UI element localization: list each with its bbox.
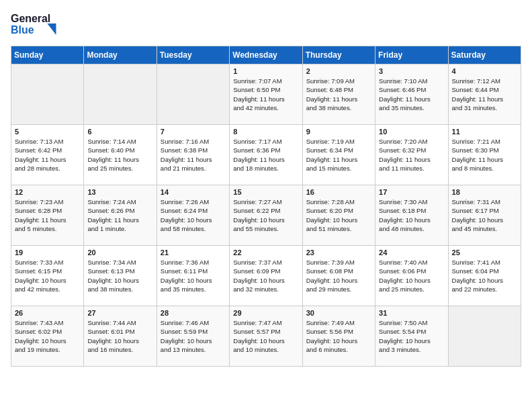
calendar-cell: 10Sunrise: 7:20 AMSunset: 6:32 PMDayligh… — [375, 125, 448, 185]
day-info: Sunrise: 7:46 AMSunset: 5:59 PMDaylight:… — [161, 318, 226, 354]
day-info: Sunrise: 7:47 AMSunset: 5:57 PMDaylight:… — [233, 318, 298, 354]
calendar-cell: 14Sunrise: 7:26 AMSunset: 6:24 PMDayligh… — [157, 185, 229, 246]
calendar-cell: 26Sunrise: 7:43 AMSunset: 6:02 PMDayligh… — [11, 306, 84, 367]
calendar-cell: 28Sunrise: 7:46 AMSunset: 5:59 PMDayligh… — [157, 306, 229, 367]
calendar-cell: 22Sunrise: 7:37 AMSunset: 6:09 PMDayligh… — [230, 246, 302, 306]
calendar-cell: 21Sunrise: 7:36 AMSunset: 6:11 PMDayligh… — [157, 246, 229, 306]
calendar-cell: 27Sunrise: 7:44 AMSunset: 6:01 PMDayligh… — [84, 306, 157, 367]
day-number: 7 — [161, 128, 226, 136]
calendar-cell: 24Sunrise: 7:40 AMSunset: 6:06 PMDayligh… — [375, 246, 448, 306]
day-number: 13 — [87, 188, 152, 196]
calendar-cell — [11, 64, 84, 125]
calendar-cell: 29Sunrise: 7:47 AMSunset: 5:57 PMDayligh… — [230, 306, 302, 367]
day-info: Sunrise: 7:21 AMSunset: 6:30 PMDaylight:… — [452, 137, 517, 173]
calendar-cell: 4Sunrise: 7:12 AMSunset: 6:44 PMDaylight… — [448, 64, 521, 125]
day-info: Sunrise: 7:41 AMSunset: 6:04 PMDaylight:… — [452, 258, 517, 293]
day-info: Sunrise: 7:14 AMSunset: 6:40 PMDaylight:… — [87, 137, 152, 173]
day-number: 11 — [452, 128, 517, 136]
day-info: Sunrise: 7:30 AMSunset: 6:18 PMDaylight:… — [379, 197, 444, 233]
col-header-friday: Friday — [375, 46, 448, 64]
day-number: 1 — [233, 67, 298, 75]
calendar-cell: 6Sunrise: 7:14 AMSunset: 6:40 PMDaylight… — [84, 125, 157, 185]
day-number: 12 — [15, 188, 80, 196]
calendar-cell: 2Sunrise: 7:09 AMSunset: 6:48 PMDaylight… — [302, 64, 375, 125]
day-number: 5 — [15, 128, 80, 136]
day-info: Sunrise: 7:40 AMSunset: 6:06 PMDaylight:… — [379, 258, 444, 293]
day-number: 25 — [452, 248, 517, 257]
day-number: 22 — [233, 248, 298, 257]
col-header-thursday: Thursday — [302, 46, 375, 64]
calendar-cell: 1Sunrise: 7:07 AMSunset: 6:50 PMDaylight… — [230, 64, 302, 125]
col-header-saturday: Saturday — [448, 46, 521, 64]
week-row-5: 26Sunrise: 7:43 AMSunset: 6:02 PMDayligh… — [11, 306, 521, 367]
day-info: Sunrise: 7:17 AMSunset: 6:36 PMDaylight:… — [233, 137, 298, 173]
calendar-cell: 5Sunrise: 7:13 AMSunset: 6:42 PMDaylight… — [11, 125, 84, 185]
svg-text:Blue: Blue — [11, 24, 34, 36]
col-header-monday: Monday — [84, 46, 157, 64]
col-header-tuesday: Tuesday — [157, 46, 229, 64]
day-info: Sunrise: 7:49 AMSunset: 5:56 PMDaylight:… — [306, 318, 371, 354]
week-row-2: 5Sunrise: 7:13 AMSunset: 6:42 PMDaylight… — [11, 125, 521, 185]
day-info: Sunrise: 7:36 AMSunset: 6:11 PMDaylight:… — [161, 258, 226, 293]
day-info: Sunrise: 7:09 AMSunset: 6:48 PMDaylight:… — [306, 77, 371, 112]
calendar-cell: 30Sunrise: 7:49 AMSunset: 5:56 PMDayligh… — [302, 306, 375, 367]
calendar-cell: 25Sunrise: 7:41 AMSunset: 6:04 PMDayligh… — [448, 246, 521, 306]
calendar-cell: 12Sunrise: 7:23 AMSunset: 6:28 PMDayligh… — [11, 185, 84, 246]
week-row-1: 1Sunrise: 7:07 AMSunset: 6:50 PMDaylight… — [11, 64, 521, 125]
day-number: 18 — [452, 188, 517, 196]
col-header-wednesday: Wednesday — [230, 46, 302, 64]
day-number: 9 — [306, 128, 371, 136]
day-number: 8 — [233, 128, 298, 136]
calendar-cell: 8Sunrise: 7:17 AMSunset: 6:36 PMDaylight… — [230, 125, 302, 185]
calendar-cell — [84, 64, 157, 125]
day-info: Sunrise: 7:07 AMSunset: 6:50 PMDaylight:… — [233, 77, 298, 112]
day-number: 10 — [379, 128, 444, 136]
calendar-cell — [157, 64, 229, 125]
day-info: Sunrise: 7:39 AMSunset: 6:08 PMDaylight:… — [306, 258, 371, 293]
calendar-cell: 11Sunrise: 7:21 AMSunset: 6:30 PMDayligh… — [448, 125, 521, 185]
day-number: 17 — [379, 188, 444, 196]
calendar-cell: 17Sunrise: 7:30 AMSunset: 6:18 PMDayligh… — [375, 185, 448, 246]
calendar-table: SundayMondayTuesdayWednesdayThursdayFrid… — [11, 46, 521, 367]
calendar-cell: 19Sunrise: 7:33 AMSunset: 6:15 PMDayligh… — [11, 246, 84, 306]
day-number: 30 — [306, 309, 371, 317]
header-row: SundayMondayTuesdayWednesdayThursdayFrid… — [11, 46, 521, 64]
day-number: 31 — [379, 309, 444, 317]
day-number: 4 — [452, 67, 517, 75]
day-number: 2 — [306, 67, 371, 75]
day-info: Sunrise: 7:20 AMSunset: 6:32 PMDaylight:… — [379, 137, 444, 173]
day-info: Sunrise: 7:16 AMSunset: 6:38 PMDaylight:… — [161, 137, 226, 173]
day-number: 29 — [233, 309, 298, 317]
calendar-cell: 9Sunrise: 7:19 AMSunset: 6:34 PMDaylight… — [302, 125, 375, 185]
calendar-cell: 18Sunrise: 7:31 AMSunset: 6:17 PMDayligh… — [448, 185, 521, 246]
calendar-cell: 16Sunrise: 7:28 AMSunset: 6:20 PMDayligh… — [302, 185, 375, 246]
calendar-cell: 3Sunrise: 7:10 AMSunset: 6:46 PMDaylight… — [375, 64, 448, 125]
day-number: 3 — [379, 67, 444, 75]
day-number: 23 — [306, 248, 371, 257]
day-number: 16 — [306, 188, 371, 196]
day-info: Sunrise: 7:33 AMSunset: 6:15 PMDaylight:… — [15, 258, 80, 293]
day-number: 21 — [161, 248, 226, 257]
day-number: 24 — [379, 248, 444, 257]
day-info: Sunrise: 7:44 AMSunset: 6:01 PMDaylight:… — [87, 318, 152, 354]
day-number: 28 — [161, 309, 226, 317]
day-number: 14 — [161, 188, 226, 196]
day-info: Sunrise: 7:10 AMSunset: 6:46 PMDaylight:… — [379, 77, 444, 112]
day-info: Sunrise: 7:23 AMSunset: 6:28 PMDaylight:… — [15, 197, 80, 233]
day-number: 6 — [87, 128, 152, 136]
svg-text:General: General — [11, 13, 50, 24]
calendar-cell: 13Sunrise: 7:24 AMSunset: 6:26 PMDayligh… — [84, 185, 157, 246]
day-info: Sunrise: 7:19 AMSunset: 6:34 PMDaylight:… — [306, 137, 371, 173]
day-number: 15 — [233, 188, 298, 196]
calendar-cell: 23Sunrise: 7:39 AMSunset: 6:08 PMDayligh… — [302, 246, 375, 306]
day-number: 26 — [15, 309, 80, 317]
week-row-4: 19Sunrise: 7:33 AMSunset: 6:15 PMDayligh… — [11, 246, 521, 306]
day-info: Sunrise: 7:37 AMSunset: 6:09 PMDaylight:… — [233, 258, 298, 293]
day-info: Sunrise: 7:24 AMSunset: 6:26 PMDaylight:… — [87, 197, 152, 233]
day-info: Sunrise: 7:26 AMSunset: 6:24 PMDaylight:… — [161, 197, 226, 233]
day-info: Sunrise: 7:28 AMSunset: 6:20 PMDaylight:… — [306, 197, 371, 233]
day-number: 19 — [15, 248, 80, 257]
week-row-3: 12Sunrise: 7:23 AMSunset: 6:28 PMDayligh… — [11, 185, 521, 246]
calendar-cell: 7Sunrise: 7:16 AMSunset: 6:38 PMDaylight… — [157, 125, 229, 185]
day-info: Sunrise: 7:50 AMSunset: 5:54 PMDaylight:… — [379, 318, 444, 354]
